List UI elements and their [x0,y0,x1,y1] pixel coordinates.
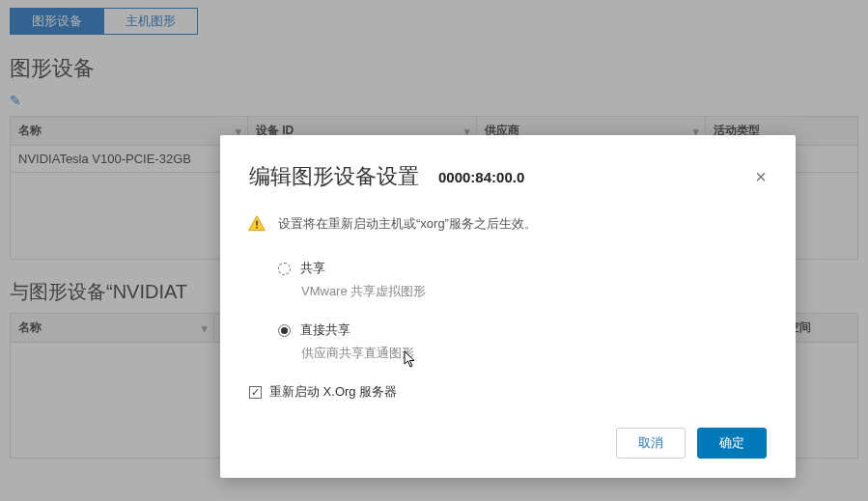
restart-xorg-row[interactable]: ✓ 重新启动 X.Org 服务器 [249,383,767,401]
cancel-button[interactable]: 取消 [616,428,686,459]
option-direct-label: 直接共享 [300,321,350,339]
dialog-device-id: 0000:84:00.0 [438,169,524,185]
warning-text: 设置将在重新启动主机或“xorg”服务之后生效。 [278,214,537,233]
option-shared-sub: VMware 共享虚拟图形 [301,283,767,300]
close-icon[interactable]: × [755,166,767,188]
svg-rect-1 [256,227,258,229]
checkbox-restart-xorg[interactable]: ✓ [249,386,262,399]
dialog-header: 编辑图形设备设置 0000:84:00.0 × [249,162,767,191]
option-direct-shared[interactable]: 直接共享 供应商共享直通图形 [278,321,767,362]
option-direct-sub: 供应商共享直通图形 [301,345,767,362]
radio-group: 共享 VMware 共享虚拟图形 直接共享 供应商共享直通图形 [278,260,767,362]
edit-graphics-settings-dialog: 编辑图形设备设置 0000:84:00.0 × 设置将在重新启动主机或“xorg… [220,135,796,478]
ok-button[interactable]: 确定 [697,428,767,459]
option-shared-label: 共享 [300,260,325,277]
warning-row: 设置将在重新启动主机或“xorg”服务之后生效。 [247,214,767,237]
svg-rect-0 [256,221,258,226]
option-shared[interactable]: 共享 VMware 共享虚拟图形 [278,260,767,300]
radio-shared[interactable] [278,263,291,275]
warning-icon [247,214,266,237]
restart-xorg-label: 重新启动 X.Org 服务器 [269,383,397,401]
dialog-footer: 取消 确定 [249,428,767,459]
radio-direct-shared[interactable] [278,324,291,337]
dialog-title: 编辑图形设备设置 [249,162,419,191]
